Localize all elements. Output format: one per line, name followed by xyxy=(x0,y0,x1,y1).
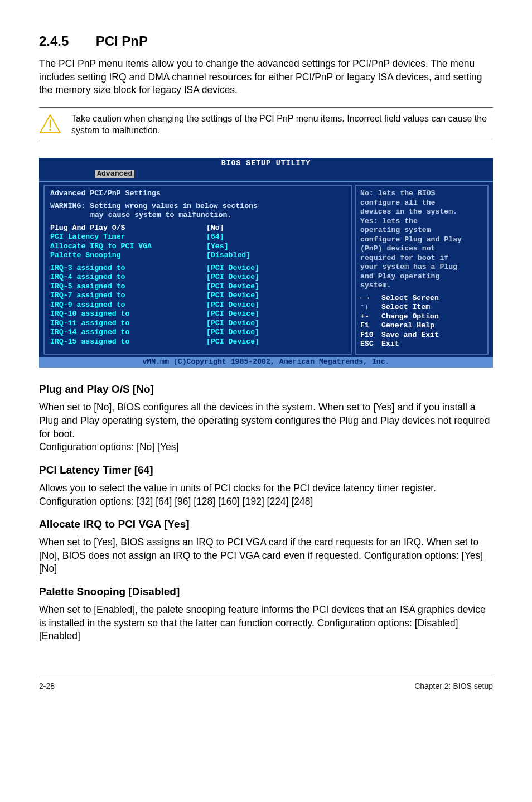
bios-irq-label: IRQ-4 assigned to xyxy=(50,273,206,282)
bios-irq-label: IRQ-3 assigned to xyxy=(50,264,206,273)
chapter-label: Chapter 2: BIOS setup xyxy=(414,682,493,690)
bios-irq-value: [PCI Device] xyxy=(206,310,259,319)
bios-irq-label: IRQ-11 assigned to xyxy=(50,319,206,328)
bios-irq-value: [PCI Device] xyxy=(206,282,259,292)
bios-key-symbol: F10 xyxy=(360,331,381,340)
bios-left-panel: Advanced PCI/PnP Settings WARNING: Setti… xyxy=(43,185,352,355)
svg-point-2 xyxy=(49,129,51,131)
bios-warning: WARNING: Setting wrong values in below s… xyxy=(50,202,346,211)
subsection-text: Allows you to select the value in units … xyxy=(39,482,493,508)
subsection-text: When set to [Enabled], the palete snoopi… xyxy=(39,603,493,643)
subsection-heading: Allocate IRQ to PCI VGA [Yes] xyxy=(39,518,493,530)
bios-setting-label: Palette Snooping xyxy=(50,251,206,260)
bios-help-line: configure Plug and Play xyxy=(360,235,483,245)
bios-irq-value: [PCI Device] xyxy=(206,328,259,337)
bios-help-line: configure all the xyxy=(360,199,483,208)
bios-irq-value: [PCI Device] xyxy=(206,264,259,273)
bios-key-row: ↑↓Select Item xyxy=(360,303,483,312)
bios-irq-row: IRQ-14 assigned to[PCI Device] xyxy=(50,328,346,337)
bios-help-line: (PnP) devices not xyxy=(360,244,483,254)
bios-key-desc: Save and Exit xyxy=(381,331,439,340)
bios-key-symbol: ↑↓ xyxy=(360,303,381,312)
subsection-text: When set to [Yes], BIOS assigns an IRQ t… xyxy=(39,536,493,576)
bios-irq-label: IRQ-5 assigned to xyxy=(50,282,206,292)
bios-key-desc: Select Item xyxy=(381,303,430,312)
bios-tab-row: Advanced xyxy=(39,170,493,181)
bios-irq-value: [PCI Device] xyxy=(206,337,259,347)
bios-irq-value: [PCI Device] xyxy=(206,319,259,328)
warning-line-1: Setting wrong values in below sections xyxy=(90,202,258,210)
bios-setting-label: Allocate IRQ to PCI VGA xyxy=(50,242,206,252)
bios-irq-value: [PCI Device] xyxy=(206,291,259,301)
bios-key-row: ←→Select Screen xyxy=(360,294,483,303)
bios-footer: vMM.mm (C)Copyright 1985-2002, American … xyxy=(39,357,493,368)
bios-setting-row: Plug And Play O/S[No] xyxy=(50,224,346,233)
bios-key-row: +-Change Option xyxy=(360,312,483,322)
warning-label: WARNING: xyxy=(50,202,85,210)
bios-irq-value: [PCI Device] xyxy=(206,273,259,282)
bios-setting-value: [64] xyxy=(206,233,224,242)
subsection-heading: PCI Latency Timer [64] xyxy=(39,464,493,476)
bios-setting-label: Plug And Play O/S xyxy=(50,224,206,233)
bios-key-desc: General Help xyxy=(381,321,434,331)
section-number: 2.4.5 xyxy=(39,33,92,49)
bios-help-line: your system has a Plug xyxy=(360,263,483,272)
subsection-heading: Plug and Play O/S [No] xyxy=(39,383,493,395)
bios-screenshot: BIOS SETUP UTILITY Advanced Advanced PCI… xyxy=(39,158,493,368)
bios-irq-row: IRQ-7 assigned to[PCI Device] xyxy=(50,291,346,301)
bios-irq-row: IRQ-15 assigned to[PCI Device] xyxy=(50,337,346,347)
bios-irq-label: IRQ-15 assigned to xyxy=(50,337,206,347)
subsection-heading: Palette Snooping [Disabled] xyxy=(39,586,493,598)
bios-setting-value: [Yes] xyxy=(206,242,229,252)
bios-irq-value: [PCI Device] xyxy=(206,301,259,310)
bios-title: BIOS SETUP UTILITY xyxy=(39,158,493,170)
bios-help-line: No: lets the BIOS xyxy=(360,189,483,199)
bios-key-symbol: F1 xyxy=(360,321,381,331)
bios-key-symbol: +- xyxy=(360,312,381,322)
section-title: PCI PnP xyxy=(96,33,148,49)
bios-irq-row: IRQ-10 assigned to[PCI Device] xyxy=(50,310,346,319)
bios-key-desc: Select Screen xyxy=(381,294,439,303)
bios-help-line: required for boot if xyxy=(360,254,483,263)
bios-irq-label: IRQ-9 assigned to xyxy=(50,301,206,310)
section-heading: 2.4.5 PCI PnP xyxy=(39,33,493,49)
bios-irq-row: IRQ-11 assigned to[PCI Device] xyxy=(50,319,346,328)
bios-irq-label: IRQ-14 assigned to xyxy=(50,328,206,337)
bios-irq-label: IRQ-7 assigned to xyxy=(50,291,206,301)
bios-irq-row: IRQ-4 assigned to[PCI Device] xyxy=(50,273,346,282)
bios-key-row: F1General Help xyxy=(360,321,483,331)
bios-key-symbol: ESC xyxy=(360,340,381,349)
bios-key-row: F10Save and Exit xyxy=(360,331,483,340)
bios-setting-label: PCI Latency Timer xyxy=(50,233,206,242)
subsection-text: When set to [No], BIOS configures all th… xyxy=(39,401,493,454)
bios-irq-label: IRQ-10 assigned to xyxy=(50,310,206,319)
bios-help-line: operating system xyxy=(360,226,483,235)
bios-help-line: and Play operating xyxy=(360,272,483,282)
bios-help-line: devices in the system. xyxy=(360,207,483,217)
bios-setting-row: PCI Latency Timer[64] xyxy=(50,233,346,242)
bios-irq-row: IRQ-5 assigned to[PCI Device] xyxy=(50,282,346,292)
bios-key-desc: Exit xyxy=(381,340,399,349)
bios-key-desc: Change Option xyxy=(381,312,439,322)
bios-irq-row: IRQ-3 assigned to[PCI Device] xyxy=(50,264,346,273)
bios-right-panel: No: lets the BIOSconfigure all thedevice… xyxy=(355,185,489,355)
warning-icon xyxy=(39,114,65,136)
bios-irq-row: IRQ-9 assigned to[PCI Device] xyxy=(50,301,346,310)
bios-setting-value: [Disabled] xyxy=(206,251,250,260)
bios-setting-value: [No] xyxy=(206,224,224,233)
caution-text: Take caution when changing the settings … xyxy=(65,113,493,137)
intro-paragraph: The PCI PnP menu items allow you to chan… xyxy=(39,57,493,97)
caution-box: Take caution when changing the settings … xyxy=(39,107,493,143)
bios-help-line: system. xyxy=(360,281,483,291)
page-footer: 2-28 Chapter 2: BIOS setup xyxy=(39,677,493,690)
bios-key-row: ESCExit xyxy=(360,340,483,349)
bios-tab-advanced: Advanced xyxy=(95,170,134,179)
bios-key-legend: ←→Select Screen↑↓Select Item+-Change Opt… xyxy=(360,294,483,349)
bios-help-text: No: lets the BIOSconfigure all thedevice… xyxy=(360,189,483,291)
bios-key-symbol: ←→ xyxy=(360,294,381,303)
bios-panel-title: Advanced PCI/PnP Settings xyxy=(50,189,346,199)
bios-help-line: Yes: lets the xyxy=(360,217,483,226)
warning-line-2: may cause system to malfunction. xyxy=(50,211,346,220)
bios-setting-row: Allocate IRQ to PCI VGA[Yes] xyxy=(50,242,346,252)
page-number: 2-28 xyxy=(39,682,55,690)
